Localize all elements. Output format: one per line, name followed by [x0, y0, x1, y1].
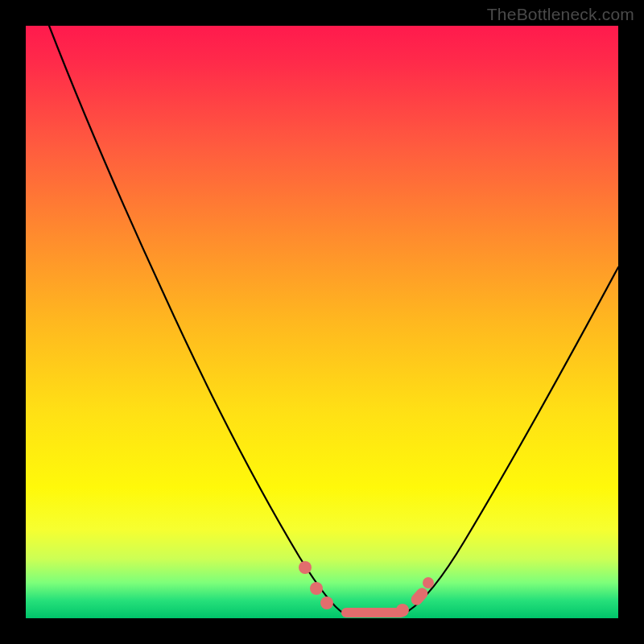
plot-area [26, 26, 618, 618]
marker-dot [423, 577, 434, 588]
marker-dot [299, 561, 312, 574]
marker-pill [409, 585, 430, 607]
curve-svg [26, 26, 618, 618]
marker-dot [320, 597, 333, 609]
marker-dot [310, 582, 323, 595]
marker-dot [396, 604, 409, 617]
right-curve [404, 267, 618, 613]
left-curve [49, 26, 344, 613]
valley-bar [341, 608, 406, 617]
chart-frame: TheBottleneck.com [0, 0, 644, 644]
watermark-text: TheBottleneck.com [487, 5, 634, 24]
